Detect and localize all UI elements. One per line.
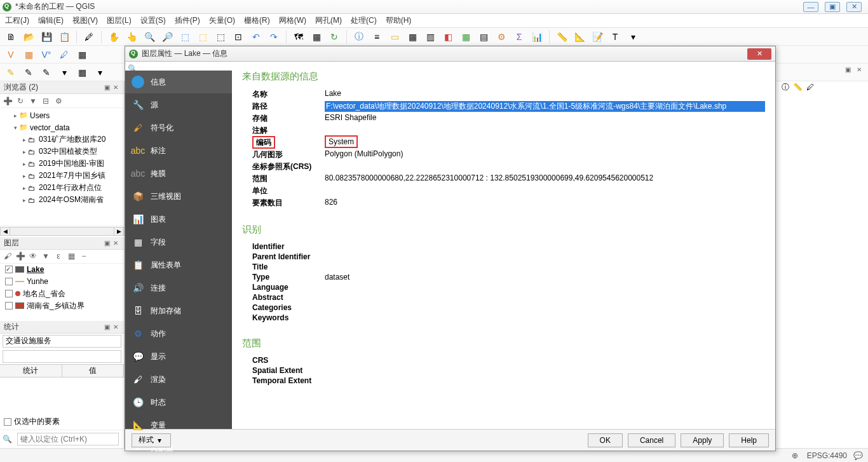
menu-mesh[interactable]: 网格(W) [279, 15, 306, 26]
browser-tree[interactable]: ▸📁Users▾📁vector_data▸🗀031矿产地数据库20▸🗀032中国… [0, 108, 124, 226]
layer-checkbox[interactable] [5, 266, 13, 273]
menu-help[interactable]: 帮助(H) [386, 15, 412, 26]
sidebar-item-14[interactable]: 🕒时态 [125, 391, 232, 414]
toolbox-button[interactable]: Σ [512, 30, 526, 44]
tb33[interactable]: ▾ [93, 65, 107, 79]
tree-item[interactable]: ▸🗀2024年OSM湖南省 [0, 194, 124, 206]
expr-icon[interactable]: ε [53, 251, 64, 261]
select-all-button[interactable]: ▦ [405, 30, 419, 44]
tb30[interactable]: ✎ [39, 65, 53, 79]
close-button[interactable]: ✕ [846, 2, 862, 12]
sidebar-item-4[interactable]: abc掩膜 [125, 162, 232, 185]
expand-icon[interactable]: ▾ [11, 125, 19, 131]
open-project-button[interactable]: 📂 [22, 30, 36, 44]
menu-plugins[interactable]: 插件(P) [175, 15, 200, 26]
expand-icon[interactable]: ▸ [20, 149, 28, 155]
field-calc-button[interactable]: ⚙ [494, 30, 508, 44]
crs-label[interactable]: EPSG:4490 [807, 451, 847, 460]
checkbox-icon[interactable] [4, 418, 11, 426]
tb8[interactable]: ◧ [441, 30, 455, 44]
zoom-layer-button[interactable]: ⬚ [214, 30, 227, 44]
save-edits-button[interactable]: ✎ [22, 65, 36, 79]
zoom-in-button[interactable]: 🔍 [142, 30, 156, 44]
menu-vector[interactable]: 矢量(O) [209, 15, 235, 26]
stats-field-input[interactable] [3, 350, 121, 363]
filter-layers-icon[interactable]: ▼ [41, 251, 51, 261]
visibility-icon[interactable]: 👁 [28, 251, 38, 261]
sidebar-item-11[interactable]: ⚙动作 [125, 322, 232, 345]
filter-icon[interactable]: ▼ [28, 96, 38, 106]
identify-button[interactable]: ⓘ [352, 30, 366, 44]
menu-project[interactable]: 工程(J) [5, 15, 29, 26]
expand-icon[interactable]: ▸ [11, 112, 19, 119]
zoom-next-button[interactable]: ↷ [267, 30, 281, 44]
panel-undock-icon[interactable]: ▣ [102, 322, 111, 331]
expand-icon[interactable]: ▸ [20, 137, 28, 143]
zoom-layer-icon[interactable]: ▦ [66, 251, 76, 261]
refresh-icon[interactable]: ↻ [15, 96, 25, 106]
tb7[interactable]: ≡ [370, 30, 384, 44]
expand-icon[interactable]: ▸ [20, 185, 28, 191]
dialog-titlebar[interactable]: 图层属性 — Lake — 信息 ✕ [125, 46, 775, 62]
layer-item[interactable]: 地名点_省会 [0, 288, 124, 300]
menu-processing[interactable]: 处理(C) [351, 15, 377, 26]
layer-item[interactable]: Yunhe [0, 276, 124, 288]
menu-layer[interactable]: 图层(L) [107, 15, 132, 26]
sidebar-item-6[interactable]: 📊图表 [125, 208, 232, 231]
browser-hscroll[interactable]: ◀ ▶ [0, 226, 124, 237]
style-icon[interactable]: 🖌 [3, 251, 13, 261]
layer-checkbox[interactable] [5, 290, 13, 297]
tree-item[interactable]: ▸🗀2019中国地图-审图 [0, 158, 124, 170]
style-menu-button[interactable]: 样式 ▾ [132, 433, 171, 447]
expand-icon[interactable]: ▸ [20, 197, 28, 203]
zoom-last-button[interactable]: ↶ [249, 30, 263, 44]
expand-icon[interactable]: ▸ [20, 161, 28, 167]
sidebar-item-3[interactable]: abc标注 [125, 139, 232, 162]
crs-icon[interactable]: ⊕ [792, 451, 801, 460]
props-icon[interactable]: ⚙ [53, 96, 64, 106]
add-raster-button[interactable]: ▦ [22, 48, 36, 62]
sidebar-item-5[interactable]: 📦三维视图 [125, 185, 232, 208]
stats-th1[interactable]: 统计 [0, 365, 62, 377]
panel-close-icon[interactable]: ✕ [857, 66, 865, 75]
refresh-button[interactable]: ↻ [327, 30, 341, 44]
menu-settings[interactable]: 设置(S) [140, 15, 166, 26]
tb20[interactable]: ▾ [626, 30, 640, 44]
tree-item[interactable]: ▸🗀032中国植被类型 [0, 146, 124, 158]
add-vector-button[interactable]: V [4, 48, 18, 62]
menu-view[interactable]: 视图(V) [72, 15, 98, 26]
zoom-native-button[interactable]: ⊡ [231, 30, 245, 44]
new-project-button[interactable]: 🗎 [4, 30, 18, 44]
scroll-right-icon[interactable]: ▶ [114, 227, 124, 236]
panel-close-icon[interactable]: ✕ [111, 83, 120, 92]
dialog-close-button[interactable]: ✕ [747, 48, 771, 60]
collapse-icon[interactable]: ⊟ [41, 96, 51, 106]
layers-tree[interactable]: LakeYunhe地名点_省会湖南省_乡镇边界 [0, 264, 124, 321]
measure-button[interactable]: 📏 [555, 30, 569, 44]
add-group-icon[interactable]: ➕ [15, 251, 25, 261]
panel-close-icon[interactable]: ✕ [111, 238, 120, 247]
new-map-button[interactable]: 🗺 [292, 30, 306, 44]
sidebar-item-9[interactable]: 🔊连接 [125, 276, 232, 299]
tb31[interactable]: ▾ [57, 65, 71, 79]
zoom-out-button[interactable]: 🔎 [160, 30, 174, 44]
remove-icon[interactable]: − [79, 251, 89, 261]
sidebar-item-7[interactable]: ▦字段 [125, 231, 232, 254]
edit-pen-button[interactable]: 🖊 [57, 48, 71, 62]
tb9[interactable]: ▦ [459, 30, 473, 44]
toggle-editing-button[interactable]: ✎ [4, 65, 18, 79]
new-3d-button[interactable]: ▦ [309, 30, 323, 44]
locator-input[interactable] [17, 433, 119, 445]
layer-item[interactable]: Lake [0, 264, 124, 276]
deselect-button[interactable]: ▥ [423, 30, 437, 44]
zoom-full-button[interactable]: ⬚ [178, 30, 192, 44]
annotation-button[interactable]: 📝 [590, 30, 604, 44]
tree-item[interactable]: ▸📁Users [0, 109, 124, 121]
cancel-button[interactable]: Cancel [628, 433, 675, 447]
panel-close-icon[interactable]: ✕ [111, 322, 120, 331]
dialog-content[interactable]: 来自数据源的信息 名称Lake路径F:\vector_data\地理数据2024… [232, 62, 775, 429]
sidebar-item-13[interactable]: 🖌渲染 [125, 368, 232, 391]
expand-icon[interactable]: ▸ [20, 173, 28, 179]
pan-button[interactable]: ✋ [107, 30, 121, 44]
stats-layer-input[interactable] [3, 335, 121, 348]
